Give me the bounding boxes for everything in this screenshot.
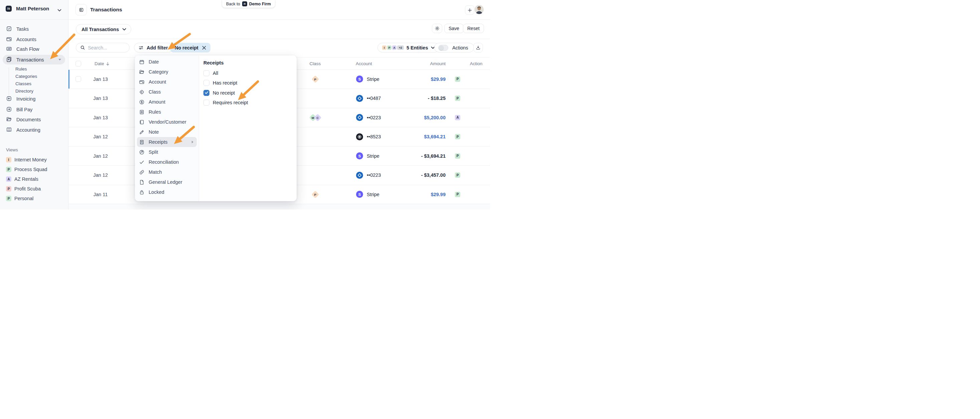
class-badge: C: [313, 114, 321, 121]
checkbox-checked[interactable]: [204, 90, 209, 96]
sidebar-item-label: Documents: [16, 117, 41, 122]
select-all-checkbox[interactable]: [75, 61, 81, 67]
column-header-amount[interactable]: Amount: [412, 61, 445, 66]
sidebar-view-profit-scuba[interactable]: P Profit Scuba: [6, 186, 41, 192]
ledger-book-icon: [139, 119, 145, 125]
checkbox-unchecked[interactable]: [204, 100, 209, 105]
page-icon-button[interactable]: [75, 4, 87, 15]
reset-button[interactable]: Reset: [463, 24, 484, 33]
menu-item-class[interactable]: Class: [137, 87, 197, 97]
menu-item-category[interactable]: Category: [137, 67, 197, 77]
sidebar-item-rules[interactable]: Rules: [15, 66, 27, 72]
cell-account: ••0223: [356, 108, 381, 127]
menu-item-amount[interactable]: Amount: [137, 97, 197, 107]
row-checkbox[interactable]: [75, 76, 81, 82]
sidebar-item-invoicing[interactable]: Invoicing: [6, 94, 35, 103]
menu-item-note[interactable]: Note: [137, 127, 197, 137]
sidebar-item-directory[interactable]: Directory: [15, 88, 33, 94]
sidebar-view-process-squad[interactable]: P Process Squad: [6, 166, 47, 172]
sliders-icon: [138, 45, 144, 51]
sidebar-view-az-rentals[interactable]: A AZ Rentals: [6, 176, 38, 182]
cell-account: ••8523: [356, 127, 381, 147]
view-label: Internet Money: [14, 157, 47, 163]
add-filter-menu: Date Category Account Class Amount Rules: [135, 56, 297, 201]
sidebar-item-categories[interactable]: Categories: [15, 73, 37, 79]
sidebar-item-cash-flow[interactable]: Cash Flow: [6, 45, 40, 53]
save-button[interactable]: Save: [444, 24, 464, 33]
firm-logo-icon: /II: [242, 2, 247, 6]
menu-item-general-ledger[interactable]: General Ledger: [137, 177, 197, 187]
chase-icon: [356, 114, 363, 121]
entity-badge-more: +2: [397, 45, 404, 50]
cell-amount: $5,200.00: [401, 108, 445, 127]
menu-item-reconciliation[interactable]: Reconciliation: [137, 157, 197, 167]
search-input[interactable]: [88, 45, 124, 51]
expand-triangle-icon[interactable]: [59, 59, 61, 61]
receipts-option-all[interactable]: All: [204, 68, 297, 78]
receipts-option-has-receipt[interactable]: Has receipt: [204, 78, 297, 88]
stripe-icon: S: [356, 191, 363, 198]
add-button[interactable]: [465, 5, 474, 15]
entities-dropdown[interactable]: I P A +2 5 Entities: [377, 43, 439, 53]
search-box[interactable]: [76, 43, 130, 53]
actions-toggle-group[interactable]: Actions: [434, 43, 474, 53]
lock-icon: [139, 190, 145, 195]
transactions-icon: [6, 56, 12, 63]
settings-button[interactable]: [432, 24, 442, 33]
active-filter-chip[interactable]: No receipt: [170, 43, 210, 53]
checkbox-unchecked[interactable]: [204, 70, 209, 76]
cell-account: ••0487: [356, 89, 381, 108]
receipts-option-no-receipt[interactable]: No receipt: [204, 88, 297, 98]
close-icon[interactable]: [202, 46, 206, 50]
chevron-down-icon: [122, 28, 126, 31]
cell-amount: - $18.25: [401, 89, 445, 108]
active-filter-label: No receipt: [175, 45, 199, 51]
workspace-switcher[interactable]: Matt Peterson: [16, 6, 49, 11]
cell-account: S Stripe: [356, 70, 379, 89]
chase-icon: [356, 172, 363, 179]
stripe-icon: S: [356, 75, 363, 83]
menu-item-split[interactable]: Split: [137, 147, 197, 157]
chevron-down-icon: [57, 7, 62, 13]
checkbox-unchecked[interactable]: [204, 80, 209, 86]
sidebar-item-classes[interactable]: Classes: [15, 81, 32, 86]
column-header-account[interactable]: Account: [356, 61, 372, 66]
sidebar-view-personal[interactable]: P Personal: [6, 196, 33, 201]
receipt-icon: [139, 139, 145, 145]
actions-toggle[interactable]: [438, 45, 448, 51]
cell-amount: $29.99: [401, 185, 445, 204]
download-button[interactable]: [473, 43, 483, 53]
menu-item-match[interactable]: Match: [137, 167, 197, 177]
sidebar-item-label: Accounting: [16, 127, 40, 133]
sidebar-item-tasks[interactable]: Tasks: [6, 25, 29, 33]
sidebar-item-bill-pay[interactable]: Bill Pay: [6, 105, 32, 114]
menu-item-locked[interactable]: Locked: [137, 187, 197, 197]
cell-date: Jan 11: [89, 185, 113, 204]
column-header-action[interactable]: Action: [467, 61, 485, 66]
add-filter-button[interactable]: Add filter: [134, 43, 173, 53]
calendar-icon: [139, 59, 145, 65]
column-header-date[interactable]: Date: [94, 61, 110, 66]
entity-badge: P: [455, 192, 460, 197]
cell-amount: - $3,694.21: [401, 147, 445, 166]
cell-date: Jan 13: [89, 108, 113, 127]
menu-item-account[interactable]: Account: [137, 77, 197, 87]
sidebar-item-accounting[interactable]: Accounting: [6, 126, 40, 134]
menu-item-receipts[interactable]: Receipts: [137, 137, 197, 147]
book-icon: [6, 127, 12, 134]
view-selector-dropdown[interactable]: All Transactions: [76, 24, 131, 34]
sidebar-item-accounts[interactable]: Accounts: [6, 35, 37, 44]
class-badge: P: [311, 75, 319, 83]
search-icon: [80, 45, 85, 50]
sidebar-item-label: Accounts: [16, 37, 37, 42]
sidebar-item-documents[interactable]: Documents: [6, 115, 41, 124]
receipts-option-requires-receipt[interactable]: Requires receipt: [204, 98, 297, 108]
sidebar-view-internet-money[interactable]: I Internet Money: [6, 157, 47, 163]
menu-item-vendor-customer[interactable]: Vendor/Customer: [137, 117, 197, 127]
sidebar-item-transactions[interactable]: Transactions: [3, 55, 65, 64]
menu-item-rules[interactable]: Rules: [137, 107, 197, 117]
back-to-firm-pill[interactable]: Back to /II Demo Firm: [222, 0, 275, 8]
column-header-class[interactable]: Class: [303, 61, 327, 66]
menu-item-date[interactable]: Date: [137, 57, 197, 67]
user-avatar[interactable]: [475, 5, 484, 14]
